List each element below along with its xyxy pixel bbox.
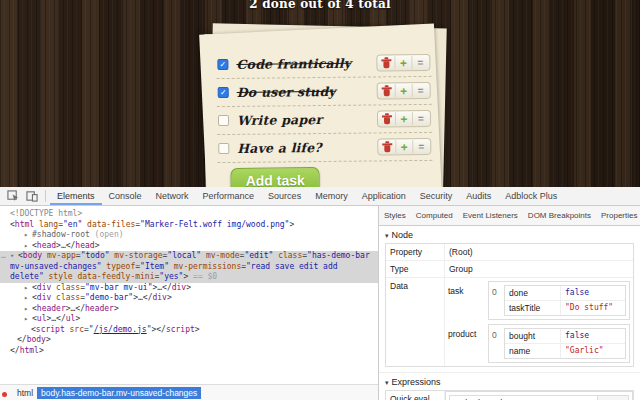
collection-item: 0donefalsetaskTitle"Do stuff" [492, 285, 626, 316]
sidebar-tab-computed[interactable]: Computed [411, 206, 458, 225]
expand-arrow-icon[interactable]: ▸ [24, 314, 32, 325]
drag-handle[interactable]: = [413, 140, 429, 153]
tree-line[interactable]: <script src="/js/demo.js"></script> [0, 325, 378, 336]
expand-arrow-icon[interactable]: ▸ [24, 283, 32, 294]
drag-handle[interactable]: = [413, 84, 429, 97]
tree-line[interactable]: …▾<body mv-app="todo" mv-storage="local"… [0, 251, 378, 283]
devtools-tab-security[interactable]: Security [413, 188, 460, 205]
add-item-button[interactable]: + [395, 56, 412, 69]
todo-app: 2 done out of 4 total ✓Code frantically+… [0, 0, 640, 187]
todo-actions: += [376, 54, 430, 72]
tree-line[interactable]: </body> [0, 335, 378, 346]
todo-checkbox[interactable]: ✓ [218, 87, 229, 98]
todo-checkbox[interactable]: ✓ [217, 59, 228, 70]
node-property-row: Property(Root) [386, 244, 633, 261]
item-index: 0 [492, 285, 504, 316]
tree-line[interactable]: ▸<ul>…</ul> [0, 314, 378, 325]
run-button[interactable]: Run [597, 396, 628, 400]
todo-actions: += [377, 138, 431, 156]
collection-box: 0boughtfalsename"Garlic" [488, 324, 630, 363]
inspect-element-icon[interactable] [7, 190, 19, 202]
node-section-title: Node [392, 230, 414, 240]
property-value[interactable]: false [561, 329, 593, 343]
todo-row: Have a life?+= [217, 133, 432, 163]
drag-handle[interactable]: = [412, 56, 428, 69]
devtools-tab-application[interactable]: Application [355, 188, 413, 205]
todo-title[interactable]: Have a life? [237, 140, 322, 156]
tree-line[interactable]: <html lang="en" data-files="Marker-Felt.… [0, 220, 378, 231]
trash-icon [384, 89, 390, 96]
tree-line[interactable]: ▸<div class="mv-bar mv-ui">…</div> [0, 283, 378, 294]
delete-task-button[interactable] [379, 112, 396, 125]
tree-line[interactable]: <!DOCTYPE html> [0, 209, 378, 220]
todo-title[interactable]: Code frantically [236, 56, 351, 72]
trash-icon [383, 61, 389, 68]
sidebar-tab-dom-breakpoints[interactable]: DOM Breakpoints [523, 206, 596, 225]
add-item-button[interactable]: + [396, 140, 413, 153]
delete-task-button[interactable] [379, 140, 396, 153]
add-item-button[interactable]: + [396, 112, 413, 125]
devtools-tab-console[interactable]: Console [102, 188, 149, 205]
devtools-tab-elements[interactable]: Elements [50, 188, 102, 205]
expand-arrow-icon[interactable]: ▸ [24, 230, 32, 241]
sidebar-tab-styles[interactable]: Styles [379, 206, 411, 225]
todo-title[interactable]: Write paper [237, 112, 322, 128]
sidebar-tab-properties[interactable]: Properties [596, 206, 640, 225]
expressions-table: Quick evaltask where doneRun0donetruetas… [385, 390, 634, 400]
expand-arrow-icon[interactable]: ▸ [24, 241, 32, 252]
node-table: Property(Root)TypeGroupDatatask0donefals… [385, 243, 634, 367]
breadcrumb: htmlbody.has-demo-bar.mv-unsaved-changes [0, 384, 378, 400]
devtools-tabs: ElementsConsoleNetworkPerformanceSources… [50, 188, 564, 205]
devtools-tab-adblock-plus[interactable]: Adblock Plus [498, 188, 564, 205]
node-data-row: Datatask0donefalsetaskTitle"Do stuff"pro… [386, 278, 633, 366]
collapse-arrow-icon: ▾ [385, 379, 389, 386]
property-value[interactable]: false [561, 286, 593, 300]
todo-checkbox[interactable] [218, 143, 229, 154]
collection-group: task0donefalsetaskTitle"Do stuff" [448, 281, 630, 320]
todo-checkbox[interactable] [218, 115, 229, 126]
tree-line[interactable]: ▸<div class="demo-bar">…</div> [0, 293, 378, 304]
todo-row: ✓Code frantically+= [216, 49, 431, 79]
node-section-header[interactable]: ▾Node [379, 226, 640, 243]
devtools-tab-audits[interactable]: Audits [459, 188, 498, 205]
delete-task-button[interactable] [379, 84, 396, 97]
property-value[interactable]: "Garlic" [561, 344, 608, 358]
breadcrumb-item[interactable]: html [13, 387, 37, 399]
drag-handle[interactable]: = [413, 112, 429, 125]
trash-icon [384, 145, 390, 152]
sidebar-tab-event-listeners[interactable]: Event Listeners [458, 206, 523, 225]
collection-name: task [448, 281, 488, 320]
notification-dot [2, 392, 7, 397]
expand-arrow-icon[interactable]: ▸ [24, 293, 32, 304]
property-value[interactable]: "Do stuff" [561, 301, 617, 315]
tree-line[interactable]: </html> [0, 346, 378, 357]
row-label: Quick eval [386, 391, 445, 400]
expand-arrow-icon[interactable]: ▸ [24, 304, 32, 315]
toolbar-divider [45, 190, 46, 202]
devtools-tab-performance[interactable]: Performance [196, 188, 262, 205]
todo-title[interactable]: Do user study [237, 84, 336, 100]
breadcrumb-item[interactable]: body.has-demo-bar.mv-unsaved-changes [37, 387, 201, 399]
collection-item: 0boughtfalsename"Garlic" [492, 328, 626, 359]
devtools-tab-sources[interactable]: Sources [261, 188, 308, 205]
tree-line[interactable]: ▸<head>…</head> [0, 241, 378, 252]
quick-eval-input[interactable]: task where done [450, 396, 597, 400]
row-label: Property [386, 244, 445, 260]
add-item-button[interactable]: + [396, 84, 413, 97]
expand-arrow-icon[interactable]: ▾ [10, 251, 18, 262]
tree-line[interactable]: ▸<header>…</header> [0, 304, 378, 315]
collection-group: product0boughtfalsename"Garlic" [448, 324, 630, 363]
add-task-button[interactable]: Add task [231, 167, 320, 187]
devtools-tab-memory[interactable]: Memory [308, 188, 355, 205]
node-property-row: TypeGroup [386, 261, 633, 278]
row-label: Data [386, 278, 445, 366]
device-toolbar-icon[interactable] [26, 190, 38, 202]
devtools-main: <!DOCTYPE html><html lang="en" data-file… [0, 206, 640, 400]
property-row: taskTitle"Do stuff" [505, 301, 625, 315]
tree-line[interactable]: ▸#shadow-root (open) [0, 230, 378, 241]
property-name: bought [505, 329, 561, 343]
expressions-section-header[interactable]: ▾Expressions [379, 372, 640, 390]
quick-eval-area: task where doneRun0donetruetaskTitle"Cod… [445, 391, 633, 400]
delete-task-button[interactable] [378, 56, 395, 69]
devtools-tab-network[interactable]: Network [149, 188, 196, 205]
